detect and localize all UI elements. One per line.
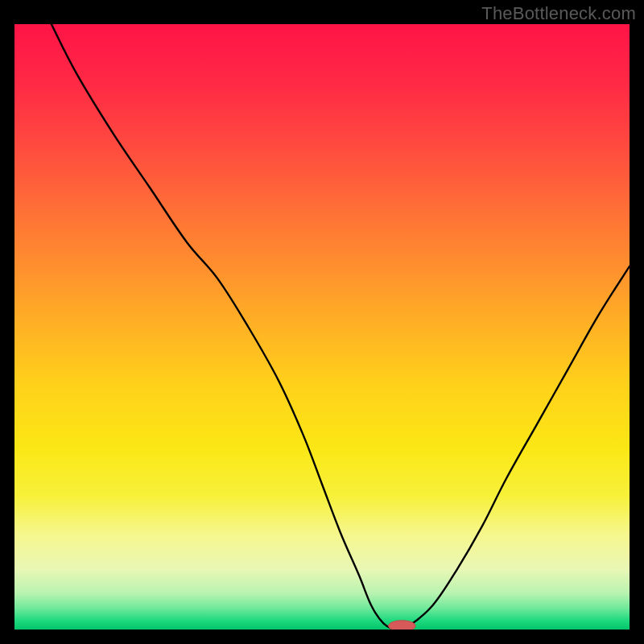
watermark-text: TheBottleneck.com xyxy=(481,3,636,24)
minimum-marker xyxy=(389,621,416,630)
gradient-background xyxy=(14,24,630,630)
plot-area xyxy=(14,24,630,630)
bottleneck-chart xyxy=(14,24,630,630)
chart-frame: TheBottleneck.com xyxy=(0,0,644,644)
